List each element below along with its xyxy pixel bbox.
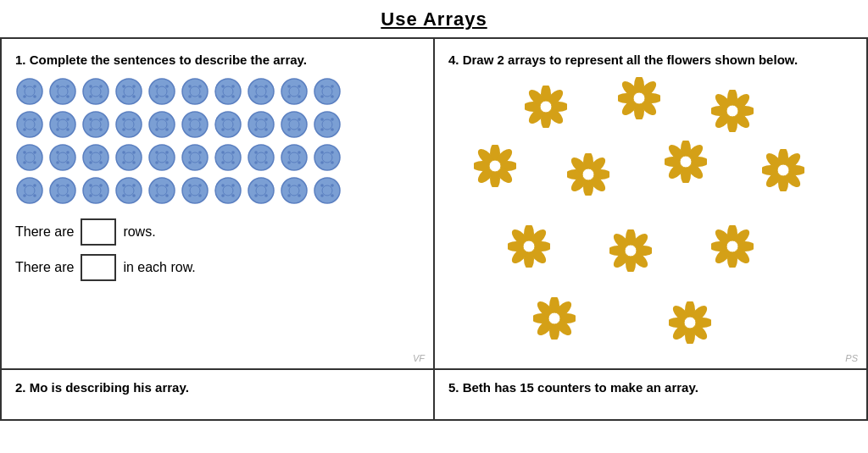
svg-point-134	[89, 151, 92, 154]
svg-point-188	[56, 184, 59, 187]
svg-point-50	[287, 85, 291, 88]
svg-point-138	[116, 145, 142, 170]
svg-point-34	[188, 95, 192, 98]
svg-point-24	[149, 79, 175, 104]
svg-point-56	[320, 85, 324, 88]
svg-point-146	[155, 151, 159, 154]
svg-point-171	[298, 151, 301, 154]
svg-point-92	[188, 118, 192, 121]
flower-icon	[533, 297, 576, 343]
svg-point-231	[298, 184, 301, 187]
svg-point-195	[99, 184, 103, 187]
flower-svg	[711, 225, 754, 268]
svg-point-347	[684, 317, 696, 329]
svg-point-21	[132, 85, 136, 88]
flower-icon	[618, 77, 660, 123]
svg-point-87	[165, 118, 169, 121]
svg-point-23	[132, 95, 136, 98]
svg-point-214	[188, 194, 192, 197]
svg-point-52	[287, 95, 291, 98]
sentence1-suffix: rows.	[123, 224, 155, 240]
svg-point-230	[287, 184, 291, 187]
svg-point-100	[221, 128, 225, 131]
svg-point-80	[122, 118, 125, 121]
svg-point-237	[331, 184, 334, 187]
svg-point-160	[221, 161, 225, 164]
svg-point-2	[23, 85, 26, 88]
svg-point-227	[264, 194, 268, 197]
svg-point-293	[680, 156, 692, 168]
svg-point-132	[83, 145, 108, 170]
button-icon	[181, 77, 209, 106]
svg-point-90	[182, 112, 208, 137]
button-icon	[48, 77, 77, 106]
svg-point-168	[281, 145, 307, 170]
svg-point-161	[231, 161, 235, 164]
button-icon	[313, 143, 342, 172]
svg-point-118	[320, 128, 324, 131]
svg-point-16	[89, 95, 92, 98]
answer-box-each-row[interactable]	[81, 254, 116, 281]
svg-point-106	[254, 128, 258, 131]
flower-icon	[525, 86, 567, 131]
svg-point-182	[23, 184, 26, 187]
button-icon	[15, 77, 44, 106]
svg-point-143	[132, 161, 136, 164]
button-icon	[114, 77, 143, 106]
button-icon	[147, 77, 176, 106]
svg-point-170	[287, 151, 291, 154]
button-icon	[81, 176, 110, 205]
svg-point-173	[298, 161, 301, 164]
svg-point-75	[99, 118, 103, 121]
svg-point-30	[182, 79, 208, 104]
button-icon	[181, 110, 209, 139]
svg-point-221	[231, 194, 235, 197]
svg-point-202	[122, 194, 125, 197]
svg-point-32	[188, 85, 192, 88]
svg-point-33	[198, 85, 202, 88]
svg-point-28	[155, 95, 159, 98]
button-icon	[181, 143, 209, 172]
svg-point-162	[248, 145, 274, 170]
svg-point-38	[221, 85, 225, 88]
flower-icon	[609, 229, 652, 275]
page-title: Use Arrays	[0, 0, 868, 37]
svg-point-105	[264, 118, 268, 121]
flower-svg	[508, 225, 550, 268]
svg-point-186	[50, 178, 75, 203]
svg-point-172	[287, 161, 291, 164]
svg-point-113	[298, 128, 301, 131]
button-icon	[48, 110, 77, 139]
button-icon	[247, 143, 275, 172]
flower-icon	[567, 153, 609, 199]
svg-point-6	[50, 79, 75, 104]
buttons-array: // Generate 40 button SVGs inline for(le…	[15, 77, 420, 207]
svg-point-233	[298, 194, 301, 197]
button-icon	[147, 110, 176, 139]
svg-point-68	[56, 118, 59, 121]
cell1-label: 1. Complete the sentences to describe th…	[15, 51, 420, 69]
svg-point-191	[66, 194, 70, 197]
button-icon	[114, 176, 143, 205]
svg-point-88	[155, 128, 159, 131]
svg-point-257	[633, 92, 645, 104]
button-icon	[15, 110, 44, 139]
flower-icon	[762, 149, 804, 195]
svg-point-164	[254, 151, 258, 154]
svg-point-82	[122, 128, 125, 131]
button-icon	[313, 176, 342, 205]
flower-svg	[567, 153, 609, 196]
svg-point-154	[188, 161, 192, 164]
answer-box-rows[interactable]	[81, 218, 116, 246]
cell2-label: 2. Mo is describing his array.	[15, 378, 420, 396]
flower-svg	[525, 86, 567, 128]
svg-point-131	[66, 161, 70, 164]
svg-point-22	[122, 95, 125, 98]
svg-point-124	[23, 161, 26, 164]
svg-point-96	[215, 112, 241, 137]
button-icon	[15, 143, 44, 172]
svg-point-198	[116, 178, 142, 203]
flower-icon	[665, 141, 707, 186]
svg-point-194	[89, 184, 92, 187]
svg-point-141	[132, 151, 136, 154]
